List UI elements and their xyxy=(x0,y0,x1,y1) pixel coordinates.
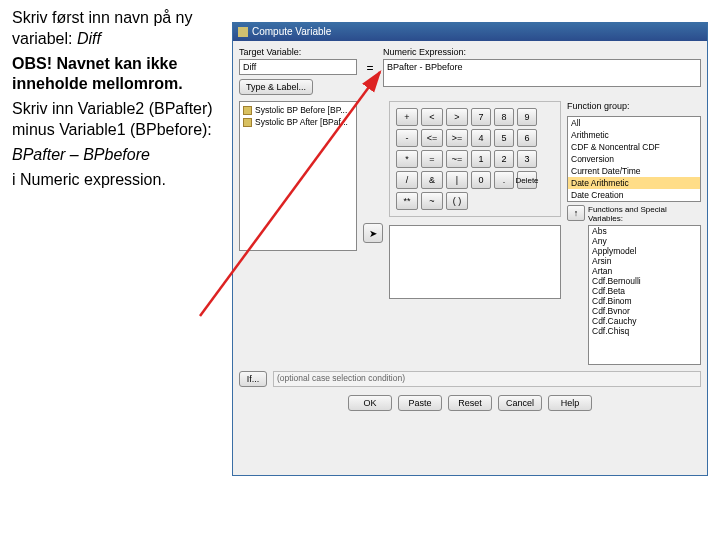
insert-function-button[interactable]: ↑ xyxy=(567,205,585,221)
target-variable-label: Target Variable: xyxy=(239,47,357,57)
list-item[interactable]: Cdf.Bvnor xyxy=(589,306,700,316)
instr-line2: OBS! Navnet kan ikke inneholde mellomrom… xyxy=(12,54,226,96)
num-2-button[interactable]: 2 xyxy=(494,150,514,168)
type-label-button[interactable]: Type & Label... xyxy=(239,79,313,95)
num-5-button[interactable]: 5 xyxy=(494,129,514,147)
dialog-icon xyxy=(238,27,248,37)
scale-icon xyxy=(243,118,252,127)
variable-list[interactable]: Systolic BP Before [BP... Systolic BP Af… xyxy=(239,101,357,251)
list-item[interactable]: Arithmetic xyxy=(568,129,700,141)
op-mul-button[interactable]: * xyxy=(396,150,418,168)
equals-label: = xyxy=(363,47,377,95)
op-or-button[interactable]: | xyxy=(446,171,468,189)
num-0-button[interactable]: 0 xyxy=(471,171,491,189)
move-right-button[interactable]: ➤ xyxy=(363,223,383,243)
list-item[interactable]: Current Date/Time xyxy=(568,165,700,177)
op-not-button[interactable]: ~ xyxy=(421,192,443,210)
num-1-button[interactable]: 1 xyxy=(471,150,491,168)
reset-button[interactable]: Reset xyxy=(448,395,492,411)
if-condition-text: (optional case selection condition) xyxy=(273,371,701,387)
scale-icon xyxy=(243,106,252,115)
op-and-button[interactable]: & xyxy=(421,171,443,189)
instruction-text: Skriv først inn navn på ny variabel: Dif… xyxy=(12,8,226,194)
num-8-button[interactable]: 8 xyxy=(494,108,514,126)
cancel-button[interactable]: Cancel xyxy=(498,395,542,411)
list-item[interactable]: Date Arithmetic xyxy=(568,177,700,189)
dialog-titlebar[interactable]: Compute Variable xyxy=(233,23,707,41)
target-variable-input[interactable] xyxy=(239,59,357,75)
op-div-button[interactable]: / xyxy=(396,171,418,189)
function-group-label: Function group: xyxy=(567,101,701,111)
numeric-expression-input[interactable]: BPafter - BPbefore xyxy=(383,59,701,87)
list-item[interactable]: CDF & Noncentral CDF xyxy=(568,141,700,153)
list-item[interactable]: Cdf.Binom xyxy=(589,296,700,306)
help-button[interactable]: Help xyxy=(548,395,592,411)
list-item-label: Systolic BP After [BPaf... xyxy=(255,117,348,127)
list-item[interactable]: Any xyxy=(589,236,700,246)
operator-keypad: + < > - <= >= * = ~= / & | ** ~ xyxy=(396,108,468,210)
list-item[interactable]: Cdf.Beta xyxy=(589,286,700,296)
num-7-button[interactable]: 7 xyxy=(471,108,491,126)
keypad-panel: + < > - <= >= * = ~= / & | ** ~ xyxy=(389,101,561,217)
num-4-button[interactable]: 4 xyxy=(471,129,491,147)
instr-line5: i Numeric expression. xyxy=(12,170,226,191)
list-item-label: Systolic BP Before [BP... xyxy=(255,105,347,115)
instr-line4: BPafter – BPbefore xyxy=(12,145,226,166)
list-item[interactable]: All xyxy=(568,117,700,129)
op-pow-button[interactable]: ** xyxy=(396,192,418,210)
op-paren-button[interactable]: ( ) xyxy=(446,192,468,210)
numeric-expression-label: Numeric Expression: xyxy=(383,47,701,57)
paste-button[interactable]: Paste xyxy=(398,395,442,411)
functions-label: Functions and Special Variables: xyxy=(588,205,701,223)
op-le-button[interactable]: <= xyxy=(421,129,443,147)
instr-line1b: Diff xyxy=(77,30,101,47)
list-item[interactable]: Date Creation xyxy=(568,189,700,201)
op-gt-button[interactable]: > xyxy=(446,108,468,126)
ok-button[interactable]: OK xyxy=(348,395,392,411)
op-ge-button[interactable]: >= xyxy=(446,129,468,147)
number-keypad: 7 8 9 4 5 6 1 2 3 0 . Delete xyxy=(471,108,537,210)
delete-button[interactable]: Delete xyxy=(517,171,537,189)
op-plus-button[interactable]: + xyxy=(396,108,418,126)
list-item[interactable]: Systolic BP Before [BP... xyxy=(242,104,354,116)
op-lt-button[interactable]: < xyxy=(421,108,443,126)
list-item[interactable]: Systolic BP After [BPaf... xyxy=(242,116,354,128)
list-item[interactable]: Cdf.Cauchy xyxy=(589,316,700,326)
num-6-button[interactable]: 6 xyxy=(517,129,537,147)
list-item[interactable]: Artan xyxy=(589,266,700,276)
function-group-list[interactable]: All Arithmetic CDF & Noncentral CDF Conv… xyxy=(567,116,701,202)
list-item[interactable]: Abs xyxy=(589,226,700,236)
list-item[interactable]: Applymodel xyxy=(589,246,700,256)
list-item[interactable]: Arsin xyxy=(589,256,700,266)
num-dot-button[interactable]: . xyxy=(494,171,514,189)
instr-line3: Skriv inn Variable2 (BPafter) minus Vari… xyxy=(12,99,226,141)
list-item[interactable]: Conversion xyxy=(568,153,700,165)
list-item[interactable]: Cdf.Chisq xyxy=(589,326,700,336)
num-3-button[interactable]: 3 xyxy=(517,150,537,168)
list-item[interactable]: Cdf.Bernoulli xyxy=(589,276,700,286)
dialog-title: Compute Variable xyxy=(252,23,331,41)
compute-variable-dialog: Compute Variable Target Variable: Type &… xyxy=(232,22,708,476)
op-eq-button[interactable]: = xyxy=(421,150,443,168)
functions-list[interactable]: Abs Any Applymodel Arsin Artan Cdf.Berno… xyxy=(588,225,701,365)
op-ne-button[interactable]: ~= xyxy=(446,150,468,168)
if-button[interactable]: If... xyxy=(239,371,267,387)
op-minus-button[interactable]: - xyxy=(396,129,418,147)
instr-line1a: Skriv først inn navn på ny variabel: xyxy=(12,9,193,47)
function-description-box xyxy=(389,225,561,299)
num-9-button[interactable]: 9 xyxy=(517,108,537,126)
